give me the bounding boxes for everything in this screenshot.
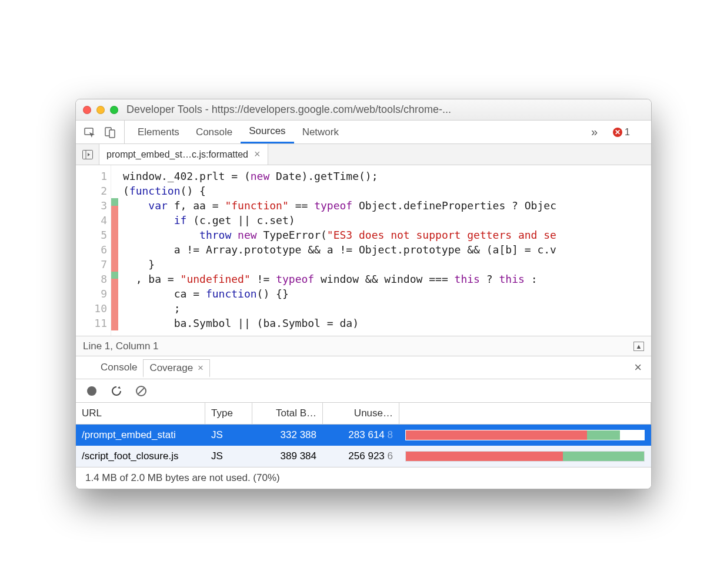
cell-type: JS <box>205 429 252 441</box>
code-line[interactable]: ca = function() {} <box>123 286 556 301</box>
code-content[interactable]: window._402.prlt = (new Date).getTime();… <box>118 165 556 336</box>
file-tab-label: prompt_embed_st…c.js:formatted <box>106 149 248 160</box>
close-drawer-tab-icon[interactable]: × <box>198 362 204 374</box>
record-icon[interactable] <box>85 385 98 397</box>
coverage-marker <box>111 316 118 330</box>
col-type[interactable]: Type <box>205 403 252 424</box>
clear-icon[interactable] <box>135 385 148 397</box>
coverage-marker <box>111 286 118 301</box>
line-number: 2 <box>76 183 107 198</box>
col-unused[interactable]: Unuse… <box>323 403 399 424</box>
cell-unused: 283 614 8 <box>323 429 399 441</box>
coverage-marker <box>111 301 118 316</box>
window-title: Developer Tools - https://developers.goo… <box>126 103 644 116</box>
line-number: 11 <box>76 316 107 330</box>
code-line[interactable]: if (c.get || c.set) <box>123 213 556 228</box>
coverage-marker <box>111 242 118 257</box>
cell-total: 389 384 <box>252 450 323 462</box>
line-number: 3 <box>76 198 107 213</box>
drawer-menu-icon[interactable] <box>81 362 92 373</box>
code-editor[interactable]: 1234567891011 window._402.prlt = (new Da… <box>76 165 651 336</box>
coverage-marker <box>111 169 118 183</box>
code-line[interactable]: a != Array.prototype && a != Object.prot… <box>123 242 556 257</box>
close-tab-icon[interactable]: × <box>254 148 261 161</box>
coverage-toolbar <box>76 379 651 403</box>
tab-sources[interactable]: Sources <box>241 121 294 143</box>
code-line[interactable]: var f, aa = "function" == typeof Object.… <box>123 198 556 213</box>
tab-elements[interactable]: Elements <box>129 121 188 143</box>
tab-network[interactable]: Network <box>294 121 347 143</box>
coverage-gutter <box>111 165 118 336</box>
coverage-row[interactable]: /script_foot_closure.jsJS389 384256 923 … <box>76 446 651 467</box>
coverage-marker <box>111 257 118 272</box>
file-tabstrip: prompt_embed_st…c.js:formatted × <box>76 144 651 165</box>
close-drawer-icon[interactable]: × <box>629 360 646 375</box>
line-number: 9 <box>76 286 107 301</box>
code-line[interactable]: throw new TypeError("ES3 does not suppor… <box>123 228 556 242</box>
code-line[interactable]: , ba = "undefined" != typeof window && w… <box>123 272 556 286</box>
titlebar: Developer Tools - https://developers.goo… <box>76 99 651 121</box>
file-tab[interactable]: prompt_embed_st…c.js:formatted × <box>99 144 268 165</box>
cell-total: 332 388 <box>252 429 323 441</box>
cell-type: JS <box>205 450 252 462</box>
coverage-marker <box>111 272 118 286</box>
cursor-position: Line 1, Column 1 <box>83 340 159 352</box>
close-window-icon[interactable] <box>83 106 91 114</box>
device-toolbar-icon[interactable] <box>104 126 116 138</box>
coverage-row[interactable]: /prompt_embed_statiJS332 388283 614 8 <box>76 425 651 446</box>
editor-statusbar: Line 1, Column 1 ▲ <box>76 336 651 356</box>
navigator-toggle-icon[interactable] <box>76 144 99 165</box>
svg-line-7 <box>138 388 144 394</box>
cell-bar <box>399 451 651 462</box>
more-tabs-icon[interactable]: » <box>584 125 605 139</box>
drawer-tabs: ConsoleCoverage× × <box>76 356 651 379</box>
minimize-window-icon[interactable] <box>96 106 105 114</box>
code-line[interactable]: ba.Symbol || (ba.Symbol = da) <box>123 316 556 330</box>
error-count: 1 <box>625 127 630 138</box>
cell-url: /script_foot_closure.js <box>76 450 205 462</box>
zoom-window-icon[interactable] <box>110 106 118 114</box>
main-toolbar: ElementsConsoleSourcesNetwork » ✕ 1 <box>76 121 651 144</box>
line-number: 8 <box>76 272 107 286</box>
svg-point-5 <box>87 386 96 396</box>
code-line[interactable]: } <box>123 257 556 272</box>
col-total[interactable]: Total B… <box>252 403 323 424</box>
line-number: 10 <box>76 301 107 316</box>
code-line[interactable]: (function() { <box>123 183 556 198</box>
error-icon: ✕ <box>613 128 622 137</box>
line-number: 7 <box>76 257 107 272</box>
coverage-marker <box>111 228 118 242</box>
collapse-panel-icon[interactable]: ▲ <box>633 342 644 351</box>
line-number: 6 <box>76 242 107 257</box>
cell-url: /prompt_embed_stati <box>76 429 205 441</box>
inspect-element-icon[interactable] <box>84 126 96 138</box>
coverage-summary: 1.4 MB of 2.0 MB bytes are not used. (70… <box>76 467 651 489</box>
line-number: 5 <box>76 228 107 242</box>
settings-menu-icon[interactable] <box>636 126 643 138</box>
coverage-marker <box>111 213 118 228</box>
tab-console[interactable]: Console <box>188 121 241 143</box>
col-bar <box>399 403 651 424</box>
line-number-gutter: 1234567891011 <box>76 165 111 336</box>
coverage-table-header: URL Type Total B… Unuse… <box>76 403 651 425</box>
drawer-tab-coverage[interactable]: Coverage× <box>143 359 210 377</box>
cell-bar <box>399 430 651 440</box>
line-number: 4 <box>76 213 107 228</box>
line-number: 1 <box>76 169 107 183</box>
drawer-tab-console[interactable]: Console <box>95 359 143 377</box>
error-count-badge[interactable]: ✕ 1 <box>613 127 630 138</box>
cell-unused: 256 923 6 <box>323 450 399 462</box>
traffic-lights <box>83 106 118 114</box>
coverage-marker <box>111 198 118 213</box>
code-line[interactable]: window._402.prlt = (new Date).getTime(); <box>123 169 556 183</box>
coverage-table: URL Type Total B… Unuse… /prompt_embed_s… <box>76 403 651 467</box>
coverage-marker <box>111 183 118 198</box>
svg-rect-2 <box>109 130 115 138</box>
code-line[interactable]: ; <box>123 301 556 316</box>
col-url[interactable]: URL <box>76 403 205 424</box>
devtools-window: Developer Tools - https://developers.goo… <box>75 99 652 489</box>
reload-icon[interactable] <box>110 385 123 397</box>
